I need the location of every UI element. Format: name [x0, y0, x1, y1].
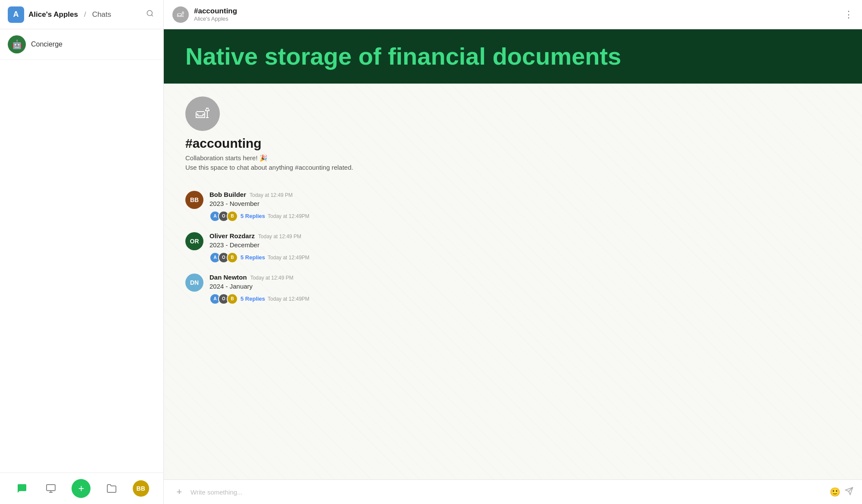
- table-row: DN Dan Newton Today at 12:49 PM 2024 - J…: [185, 268, 840, 310]
- channel-big-avatar: 🛋: [185, 96, 220, 131]
- message-body: Bob Builder Today at 12:49 PM 2023 - Nov…: [209, 191, 840, 222]
- chats-label: Chats: [92, 10, 111, 19]
- main-topbar: 🛋 #accounting Alice's Apples ⋮: [164, 0, 862, 29]
- add-icon: +: [78, 482, 84, 495]
- messages-list: BB Bob Builder Today at 12:49 PM 2023 - …: [185, 186, 840, 310]
- concierge-label: Concierge: [31, 40, 62, 48]
- message-text: 2023 - December: [209, 241, 840, 249]
- chat-area: 🛋 #accounting Collaboration starts here!…: [164, 84, 862, 479]
- banner-text: Native storage of financial documents: [185, 43, 840, 70]
- channel-name-block: #accounting Alice's Apples: [194, 7, 237, 22]
- feature-banner: Native storage of financial documents: [164, 29, 862, 84]
- message-time: Today at 12:49 PM: [258, 233, 301, 240]
- channel-avatar-icon: 🛋: [177, 11, 184, 19]
- table-row: OR Oliver Rozdarz Today at 12:49 PM 2023…: [185, 227, 840, 268]
- emoji-icon: 🙂: [830, 487, 840, 497]
- message-header: Bob Builder Today at 12:49 PM: [209, 191, 840, 198]
- message-time: Today at 12:49 PM: [250, 275, 294, 281]
- input-add-button[interactable]: +: [172, 485, 186, 499]
- channel-workspace: Alice's Apples: [194, 16, 237, 22]
- message-text: 2023 - November: [209, 200, 840, 207]
- user-profile-avatar[interactable]: BB: [133, 480, 149, 497]
- channel-info: 🛋 #accounting Alice's Apples: [172, 6, 237, 23]
- add-button[interactable]: +: [72, 479, 91, 498]
- message-author: Bob Builder: [209, 191, 246, 198]
- concierge-avatar: 🤖: [8, 35, 26, 53]
- channel-intro: 🛋 #accounting Collaboration starts here!…: [185, 96, 840, 173]
- replies-time: Today at 12:49PM: [268, 296, 309, 302]
- main-content: 🛋 #accounting Alice's Apples ⋮ Native st…: [164, 0, 862, 504]
- more-icon: ⋮: [844, 9, 853, 20]
- sidebar-header-left: A Alice's Apples / Chats: [8, 6, 111, 23]
- user-initials: BB: [137, 485, 145, 492]
- channel-description-line1: Collaboration starts here! 🎉 Use this sp…: [185, 153, 353, 173]
- workspace-divider: /: [84, 10, 86, 19]
- avatar-initials: OR: [190, 238, 199, 245]
- chat-nav-button[interactable]: [14, 481, 30, 496]
- message-time: Today at 12:49 PM: [250, 192, 293, 198]
- message-author: Dan Newton: [209, 274, 247, 281]
- replies-time: Today at 12:49PM: [268, 255, 309, 261]
- more-options-button[interactable]: ⋮: [844, 9, 853, 20]
- workspace-icon[interactable]: A: [8, 6, 24, 23]
- avatar-initials: BB: [190, 196, 199, 203]
- message-avatar: DN: [185, 274, 203, 292]
- reply-avatar: B: [227, 211, 238, 222]
- sidebar: A Alice's Apples / Chats 🤖 Concierge: [0, 0, 164, 504]
- channel-big-name: #accounting: [185, 136, 262, 151]
- svg-point-0: [147, 10, 152, 16]
- svg-line-1: [151, 15, 153, 16]
- emoji-button[interactable]: 🙂: [830, 487, 840, 497]
- message-header: Dan Newton Today at 12:49 PM: [209, 274, 840, 281]
- replies-row[interactable]: A O B 5 Replies Today at 12:49PM: [209, 293, 840, 305]
- replies-count[interactable]: 5 Replies: [240, 213, 265, 219]
- message-author: Oliver Rozdarz: [209, 232, 255, 240]
- sidebar-header: A Alice's Apples / Chats: [0, 0, 163, 29]
- message-input-bar: + 🙂: [164, 479, 862, 504]
- reply-avatar: B: [227, 252, 238, 263]
- sidebar-bottom-nav: + BB: [0, 473, 163, 504]
- svg-rect-2: [47, 485, 55, 491]
- reply-avatars: A O B: [209, 252, 238, 263]
- message-avatar: OR: [185, 232, 203, 250]
- replies-count[interactable]: 5 Replies: [240, 254, 265, 261]
- message-body: Oliver Rozdarz Today at 12:49 PM 2023 - …: [209, 232, 840, 263]
- reply-avatar: B: [227, 293, 238, 305]
- plus-icon: +: [177, 486, 182, 498]
- files-nav-button[interactable]: [104, 481, 119, 496]
- message-input[interactable]: [191, 488, 825, 496]
- channel-avatar: 🛋: [172, 6, 189, 23]
- screen-nav-button[interactable]: [43, 481, 59, 496]
- search-button[interactable]: [144, 8, 156, 21]
- message-header: Oliver Rozdarz Today at 12:49 PM: [209, 232, 840, 240]
- workspace-title: Alice's Apples: [28, 10, 78, 19]
- replies-time: Today at 12:49PM: [268, 213, 309, 219]
- replies-row[interactable]: A O B 5 Replies Today at 12:49PM: [209, 211, 840, 222]
- message-text: 2024 - January: [209, 283, 840, 290]
- send-button[interactable]: [845, 487, 853, 498]
- replies-count[interactable]: 5 Replies: [240, 296, 265, 302]
- table-row: BB Bob Builder Today at 12:49 PM 2023 - …: [185, 186, 840, 227]
- input-right-icons: 🙂: [830, 487, 853, 498]
- channel-big-icon: 🛋: [196, 106, 209, 121]
- channel-name: #accounting: [194, 7, 237, 16]
- workspace-initial: A: [13, 10, 19, 19]
- message-avatar: BB: [185, 191, 203, 209]
- replies-row[interactable]: A O B 5 Replies Today at 12:49PM: [209, 252, 840, 263]
- reply-avatars: A O B: [209, 211, 238, 222]
- message-body: Dan Newton Today at 12:49 PM 2024 - Janu…: [209, 274, 840, 305]
- sidebar-item-concierge[interactable]: 🤖 Concierge: [0, 29, 163, 60]
- reply-avatars: A O B: [209, 293, 238, 305]
- concierge-icon: 🤖: [12, 39, 22, 50]
- avatar-initials: DN: [190, 279, 199, 286]
